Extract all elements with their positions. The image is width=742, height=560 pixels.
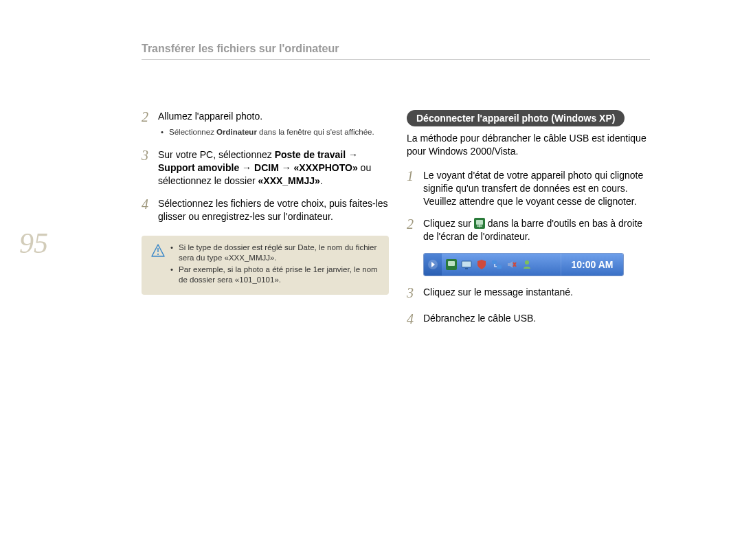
svg-rect-8 [448, 261, 455, 266]
section-heading-pill: Déconnecter l'appareil photo (Windows XP… [407, 110, 625, 126]
systray-clock: 10:00 AM [561, 254, 623, 276]
svg-rect-9 [462, 261, 471, 267]
bold-xxxphoto: «XXXPHOTO» [294, 162, 358, 173]
left-column: 2 Allumez l'appareil photo. Sélectionnez… [142, 110, 389, 295]
text-prefix: Cliquez sur [423, 218, 474, 229]
note-item: Par exemple, si la photo a été prise le … [170, 265, 379, 285]
step-text: Allumez l'appareil photo. [158, 111, 262, 122]
r-step-2: 2 Cliquez sur dans la barre d'outils en … [407, 217, 654, 243]
windows-systray-image: 10:00 AM [423, 253, 624, 276]
volume-icon [506, 259, 517, 270]
messenger-icon [521, 259, 532, 270]
step-text: Le voyant d'état de votre appareil photo… [423, 170, 643, 207]
network-icon [491, 259, 502, 270]
bullet-suffix: dans la fenêtre qui s'est affichée. [257, 128, 374, 136]
safely-remove-hardware-icon [474, 218, 485, 229]
bold-poste: Poste de travail [275, 149, 346, 160]
right-column: Déconnecter l'appareil photo (Windows XP… [407, 110, 654, 338]
step-number: 3 [407, 284, 420, 302]
note-list: Si le type de dossier est réglé sur Date… [170, 243, 379, 287]
systray-icons-area [442, 254, 561, 276]
step-text: Sélectionnez les fichiers de votre choix… [158, 198, 388, 222]
text-prefix: Sur votre PC, sélectionnez [158, 149, 275, 160]
step-body: Allumez l'appareil photo. Sélectionnez O… [155, 110, 389, 139]
page: Transférer les fichiers sur l'ordinateur… [0, 0, 742, 560]
svg-rect-10 [465, 268, 468, 269]
svg-rect-12 [497, 265, 502, 269]
arrow: → [346, 149, 358, 160]
sub-bullet-item: Sélectionnez Ordinateur dans la fenêtre … [159, 127, 389, 138]
step-number: 2 [407, 215, 420, 234]
step-text: Cliquez sur le message instantané. [423, 287, 573, 298]
step-body: Cliquez sur dans la barre d'outils en ba… [420, 217, 654, 243]
step-body: Débranchez le câble USB. [420, 312, 654, 325]
bold-xxxmmjj: «XXX_MMJJ» [258, 175, 320, 186]
section-title: Transférer les fichiers sur l'ordinateur [142, 43, 339, 55]
bullet-prefix: Sélectionnez [169, 128, 216, 136]
step-number: 4 [142, 195, 155, 214]
arrow: → [279, 162, 294, 173]
step-body: Sélectionnez les fichiers de votre choix… [155, 197, 389, 223]
page-number: 95 [19, 227, 48, 260]
step-number: 1 [407, 167, 420, 186]
step-body: Sur votre PC, sélectionnez Poste de trav… [155, 148, 389, 188]
note-box: Si le type de dossier est réglé sur Date… [142, 236, 389, 295]
text-end: . [320, 175, 323, 186]
safely-remove-hardware-icon [446, 259, 457, 270]
svg-rect-11 [492, 260, 497, 264]
step-3: 3 Sur votre PC, sélectionnez Poste de tr… [142, 148, 389, 188]
r-step-4: 4 Débranchez le câble USB. [407, 312, 654, 328]
step-body: Cliquez sur le message instantané. [420, 286, 654, 299]
systray-expand-icon [424, 254, 442, 276]
bullet-bold: Ordinateur [216, 128, 257, 136]
r-step-1: 1 Le voyant d'état de votre appareil pho… [407, 169, 654, 208]
arrow: → [239, 162, 254, 173]
svg-point-16 [525, 260, 529, 265]
warning-triangle-icon [151, 244, 165, 260]
step-text: Débranchez le câble USB. [423, 313, 536, 324]
bold-dcim: DCIM [254, 162, 279, 173]
note-item: Si le type de dossier est réglé sur Date… [170, 243, 379, 263]
step-2: 2 Allumez l'appareil photo. Sélectionnez… [142, 110, 389, 139]
svg-marker-13 [508, 261, 513, 268]
header-divider [142, 59, 650, 60]
r-step-3: 3 Cliquez sur le message instantané. [407, 286, 654, 302]
bold-support: Support amovible [158, 162, 239, 173]
step-4: 4 Sélectionnez les fichiers de votre cho… [142, 197, 389, 223]
intro-paragraph: La méthode pour débrancher le câble USB … [407, 132, 654, 158]
display-icon [461, 259, 472, 270]
svg-point-2 [157, 254, 159, 255]
step-body: Le voyant d'état de votre appareil photo… [420, 169, 654, 208]
step-number: 4 [407, 310, 420, 328]
step-number: 3 [142, 146, 155, 165]
step-number: 2 [142, 108, 155, 126]
sub-bullet-list: Sélectionnez Ordinateur dans la fenêtre … [159, 127, 389, 138]
shield-icon [476, 259, 487, 270]
svg-rect-4 [476, 220, 483, 225]
